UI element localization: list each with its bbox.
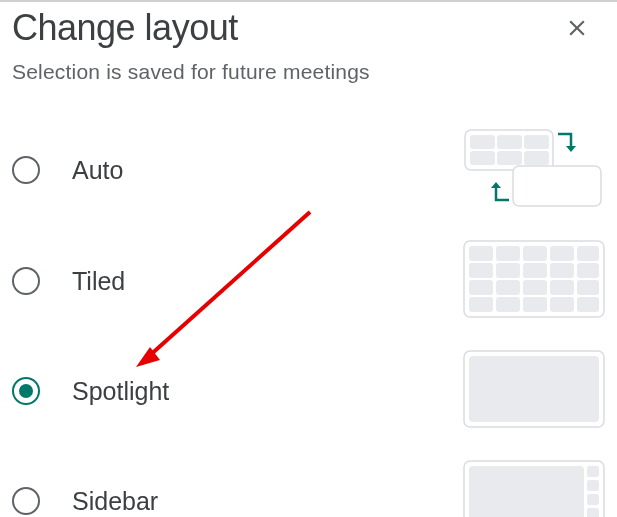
svg-rect-18 bbox=[577, 263, 599, 278]
radio-tiled[interactable] bbox=[12, 267, 40, 295]
layout-options: Auto bbox=[12, 114, 605, 517]
svg-rect-6 bbox=[524, 151, 549, 165]
svg-rect-28 bbox=[577, 297, 599, 312]
preview-tiled bbox=[463, 240, 605, 322]
svg-rect-16 bbox=[523, 263, 547, 278]
svg-rect-26 bbox=[523, 297, 547, 312]
radio-sidebar[interactable] bbox=[12, 487, 40, 515]
close-button[interactable] bbox=[555, 6, 599, 50]
layout-option-tiled[interactable]: Tiled bbox=[12, 226, 605, 336]
svg-rect-11 bbox=[523, 246, 547, 261]
layout-option-auto[interactable]: Auto bbox=[12, 114, 605, 226]
svg-rect-32 bbox=[469, 466, 584, 517]
radio-auto[interactable] bbox=[12, 156, 40, 184]
change-layout-dialog: Change layout Selection is saved for fut… bbox=[0, 2, 617, 517]
svg-rect-17 bbox=[550, 263, 574, 278]
option-label-sidebar: Sidebar bbox=[72, 487, 158, 516]
svg-rect-7 bbox=[513, 166, 601, 206]
option-label-tiled: Tiled bbox=[72, 267, 125, 296]
svg-rect-3 bbox=[524, 135, 549, 149]
svg-rect-12 bbox=[550, 246, 574, 261]
preview-sidebar bbox=[463, 460, 605, 517]
svg-rect-19 bbox=[469, 280, 493, 295]
option-left: Tiled bbox=[12, 267, 125, 296]
svg-rect-36 bbox=[587, 508, 599, 517]
auto-layout-icon bbox=[463, 128, 605, 208]
close-icon bbox=[564, 15, 590, 41]
spotlight-layout-icon bbox=[463, 350, 605, 428]
svg-rect-1 bbox=[470, 135, 495, 149]
svg-rect-24 bbox=[469, 297, 493, 312]
svg-rect-20 bbox=[496, 280, 520, 295]
svg-rect-30 bbox=[469, 356, 599, 422]
preview-auto bbox=[463, 128, 605, 212]
svg-rect-2 bbox=[497, 135, 522, 149]
dialog-title: Change layout bbox=[12, 7, 238, 49]
layout-option-sidebar[interactable]: Sidebar bbox=[12, 446, 605, 517]
option-label-spotlight: Spotlight bbox=[72, 377, 169, 406]
svg-rect-23 bbox=[577, 280, 599, 295]
svg-rect-34 bbox=[587, 480, 599, 491]
dialog-header: Change layout bbox=[12, 6, 605, 50]
svg-rect-22 bbox=[550, 280, 574, 295]
sidebar-layout-icon bbox=[463, 460, 605, 517]
svg-rect-21 bbox=[523, 280, 547, 295]
svg-rect-4 bbox=[470, 151, 495, 165]
svg-rect-35 bbox=[587, 494, 599, 505]
svg-rect-9 bbox=[469, 246, 493, 261]
svg-rect-14 bbox=[469, 263, 493, 278]
radio-spotlight[interactable] bbox=[12, 377, 40, 405]
option-label-auto: Auto bbox=[72, 156, 123, 185]
svg-rect-10 bbox=[496, 246, 520, 261]
dialog-subtitle: Selection is saved for future meetings bbox=[12, 60, 605, 84]
option-left: Auto bbox=[12, 156, 123, 185]
tiled-layout-icon bbox=[463, 240, 605, 318]
svg-rect-5 bbox=[497, 151, 522, 165]
svg-rect-13 bbox=[577, 246, 599, 261]
svg-rect-33 bbox=[587, 466, 599, 477]
option-left: Spotlight bbox=[12, 377, 169, 406]
svg-rect-15 bbox=[496, 263, 520, 278]
svg-rect-27 bbox=[550, 297, 574, 312]
layout-option-spotlight[interactable]: Spotlight bbox=[12, 336, 605, 446]
svg-rect-25 bbox=[496, 297, 520, 312]
radio-dot bbox=[19, 384, 33, 398]
option-left: Sidebar bbox=[12, 487, 158, 516]
preview-spotlight bbox=[463, 350, 605, 432]
